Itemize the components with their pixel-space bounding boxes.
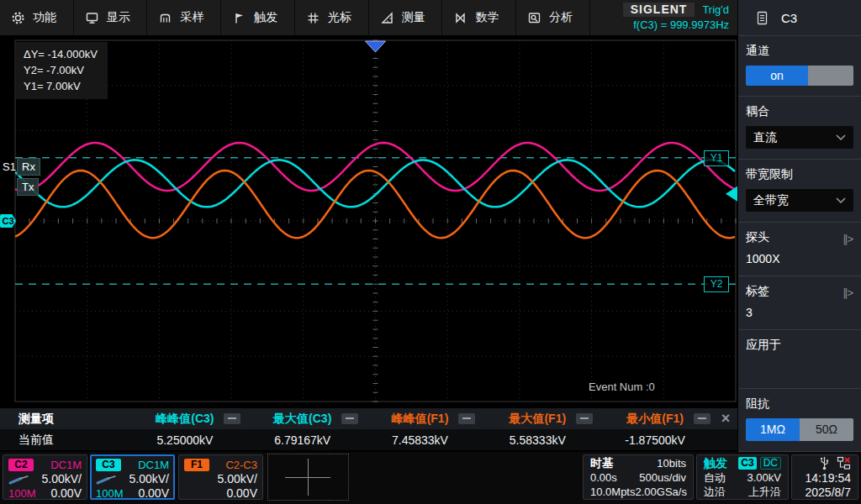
measure-items-header: 测量项 [0,412,126,427]
math-icon [453,11,467,25]
apply-label: 应用于 [746,338,853,353]
menu-acquire[interactable]: 采样 [147,0,221,35]
expand-icon[interactable]: ∥> [843,233,853,245]
toggle-off[interactable] [808,66,853,86]
section-coupling: 耦合 直流 [738,97,861,160]
acquire-icon [158,11,172,25]
bus-tx-label[interactable]: Tx [17,178,39,196]
timebase-scale: 500us/div [639,471,686,484]
cursor-y1-handle[interactable]: Y1 [704,150,729,166]
measure-current-row-label: 当前值 [0,433,126,448]
waveform-display[interactable] [0,35,737,408]
bottom-status-bar: C2 DC1M 5.00kV/ 100M 0.00V C3 DC1M 5.00k… [0,452,861,504]
channel-coupling: DC1M [138,459,169,471]
memory-depth: 10.0Mpts [590,486,635,498]
trigger-source-badge: C3 [738,457,756,470]
trigger-slope: 上升沿 [748,485,781,500]
probe-icon [8,474,30,485]
channel-box-c3-selected[interactable]: C3 DC1M 5.00kV/ 100M 0.00V [90,454,175,500]
channel-scale: 5.00kV/ [129,472,169,486]
oscilloscope-ui: { "topbar": { "menus": [ {"label": "功能",… [0,0,861,504]
section-probe[interactable]: 探头 ∥> 1000X [738,223,861,276]
tag-label: 标签 [746,284,853,299]
expand-icon[interactable]: ∥> [843,286,853,299]
impedance-1mohm-button[interactable]: 1MΩ [746,418,800,441]
clock-time: 14:19:54 [806,471,852,485]
menu-measure[interactable]: 测量 [369,0,443,35]
status-area: SIGLENT Trig'd f(C3) = 999.9973Hz [590,0,737,35]
panel-title: C3 [781,11,797,25]
brand-logo: SIGLENT [623,3,695,17]
measurement-panel: 测量项 峰峰值(C3) 最大值(C3) 峰峰值(F1) 最大值(F1) 最小值(… [0,408,737,450]
menu-display[interactable]: 显示 [74,0,148,35]
section-apply: 应用于 [738,330,861,389]
trigger-box[interactable]: 触发 C3 DC 自动3.00kV 边沿上升沿 [696,454,789,500]
section-bandwidth: 带宽限制 全带宽 [738,160,861,223]
cursors-icon [306,11,320,25]
timebase-delay: 0.00s [590,471,617,484]
channel-bandwidth: 100M [8,487,36,500]
measure-col-header: 峰峰值(F1) [362,412,479,427]
channel-badge: C3 [96,459,121,471]
clock-box: 14:19:54 2025/8/7 [791,454,858,500]
remove-measurement-icon[interactable] [341,413,358,424]
display-icon [85,11,99,25]
probe-value: 1000X [746,252,853,265]
measure-ruler-icon [380,11,394,25]
trigger-title: 触发 [704,456,727,471]
probe-icon [96,474,118,485]
menu-label: 分析 [549,10,573,25]
cursor-readout-box: ΔY= -14.000kV Y2= -7.00kV Y1= 7.00kV [15,42,108,99]
gear-icon [11,11,25,25]
close-measurements-icon[interactable]: × [714,410,737,428]
channel-scale: 5.00kV/ [42,472,82,486]
bandwidth-value: 全带宽 [753,193,789,208]
channel-badge: F1 [184,459,209,471]
event-count: Event Num :0 [589,381,655,393]
coupling-dropdown[interactable]: 直流 [746,126,853,149]
sample-rate: 2.00GSa/s [635,486,686,498]
menu-label: 触发 [254,10,277,25]
chevron-down-icon [836,134,846,141]
chevron-down-icon [836,197,846,204]
impedance-label: 阻抗 [746,396,853,412]
channel-box-c2[interactable]: C2 DC1M 5.00kV/ 100M 0.00V [3,454,87,500]
channel-box-f1[interactable]: F1 C2-C3 5.00kV/ 0.00V [178,454,263,500]
menu-function[interactable]: 功能 [0,0,74,35]
tag-value: 3 [746,306,853,319]
menu-label: 测量 [402,10,425,25]
remove-measurement-icon[interactable] [694,413,710,424]
menu-analysis[interactable]: 分析 [516,0,590,35]
menu-cursors[interactable]: 光标 [295,0,369,35]
bandwidth-label: 带宽限制 [746,167,853,182]
menu-math[interactable]: 数学 [442,0,516,35]
channel-settings-panel: C3 通道 on 耦合 直流 带宽限制 全带宽 探头 ∥> 1000X 标签 ∥… [737,0,861,452]
cursor-y2-handle[interactable]: Y2 [704,276,729,292]
channel-bandwidth: 100M [96,487,124,500]
remove-measurement-icon[interactable] [458,413,475,424]
section-channel: 通道 on [738,36,861,97]
menu-trigger[interactable]: 触发 [221,0,295,35]
trigger-status-badge: Trig'd [702,3,729,16]
menu-label: 数学 [475,10,499,25]
menu-label: 功能 [33,10,56,25]
bandwidth-dropdown[interactable]: 全带宽 [746,189,853,212]
measure-col-header: 峰峰值(C3) [126,412,244,427]
remove-measurement-icon[interactable] [576,413,593,424]
channel-on-off-toggle[interactable]: on [746,66,853,86]
probe-label: 探头 [746,230,853,245]
bus-rx-label[interactable]: Rx [17,158,40,176]
usb-icon [819,456,830,470]
top-menu-bar: 功能 显示 采样 触发 光标 测量 数学 分析 SIGLENT Trig'd f… [0,0,737,35]
timebase-box[interactable]: 时基10bits 0.00s500us/div 10.0Mpts2.00GSa/… [583,454,694,500]
measure-value: 5.58333kV [478,433,596,447]
coupling-label: 耦合 [746,104,853,119]
section-tag[interactable]: 标签 ∥> 3 [738,276,861,330]
remove-measurement-icon[interactable] [224,413,240,424]
crosshair-pad[interactable] [267,454,349,501]
impedance-50ohm-button[interactable]: 50Ω [800,418,853,441]
toggle-on[interactable]: on [746,66,808,86]
measure-value: 6.79167kV [244,433,362,447]
measure-col-header: 最大值(C3) [244,412,362,427]
network-error-icon [837,456,851,470]
